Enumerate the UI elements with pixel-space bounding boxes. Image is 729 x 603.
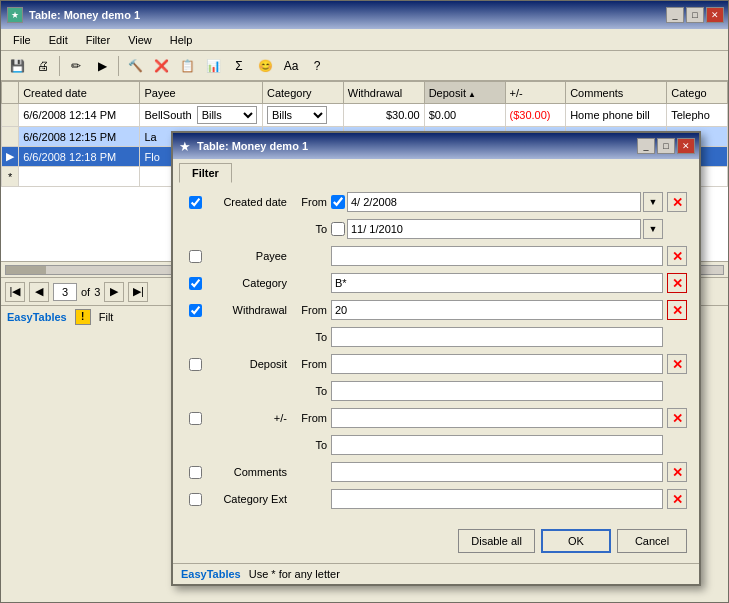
plus-minus-from-input[interactable] (331, 408, 663, 428)
category-ext-input[interactable] (331, 489, 663, 509)
filter-row-category-ext: Category Ext ✕ (185, 488, 687, 510)
dialog-title: Table: Money demo 1 (197, 140, 308, 152)
category-ext-checkbox-wrap (185, 493, 205, 506)
withdrawal-from-label: From (295, 304, 331, 316)
comments-clear-icon: ✕ (672, 465, 683, 480)
withdrawal-from-input[interactable] (331, 300, 663, 320)
filter-row-plus-minus-from: +/- From ✕ (185, 407, 687, 429)
dialog-close-button[interactable]: ✕ (677, 138, 695, 154)
dialog-title-left: ★ Table: Money demo 1 (179, 139, 308, 154)
date-from-checkbox[interactable] (331, 195, 345, 209)
filter-row-plus-minus-to: To (185, 434, 687, 456)
category-ext-clear-icon: ✕ (672, 492, 683, 507)
withdrawal-clear-icon: ✕ (672, 303, 683, 318)
date-to-checkbox[interactable] (331, 222, 345, 236)
deposit-checkbox[interactable] (189, 358, 202, 371)
dialog-overlay: ★ Table: Money demo 1 _ □ ✕ Filter (1, 1, 728, 602)
filter-row-comments: Comments ✕ (185, 461, 687, 483)
to-label-date: To (295, 223, 331, 235)
plus-minus-label: +/- (205, 412, 295, 424)
comments-label: Comments (205, 466, 295, 478)
payee-checkbox-wrap (185, 250, 205, 263)
filter-row-withdrawal-from: Withdrawal From ✕ (185, 299, 687, 321)
withdrawal-label: Withdrawal (205, 304, 295, 316)
date-to-input-wrap: ▼ (331, 219, 663, 239)
dialog-tab-strip: Filter (173, 159, 699, 183)
payee-clear-button[interactable]: ✕ (667, 246, 687, 266)
comments-checkbox-wrap (185, 466, 205, 479)
dialog-maximize-button[interactable]: □ (657, 138, 675, 154)
plus-minus-checkbox-wrap (185, 412, 205, 425)
date-from-input[interactable] (347, 192, 641, 212)
tab-filter[interactable]: Filter (179, 163, 232, 183)
comments-checkbox[interactable] (189, 466, 202, 479)
comments-clear-button[interactable]: ✕ (667, 462, 687, 482)
plus-minus-to-input[interactable] (331, 435, 663, 455)
withdrawal-to-input[interactable] (331, 327, 663, 347)
plus-minus-clear-icon: ✕ (672, 411, 683, 426)
created-date-checkbox[interactable] (189, 196, 202, 209)
category-input[interactable] (331, 273, 663, 293)
deposit-from-label: From (295, 358, 331, 370)
filter-dialog: ★ Table: Money demo 1 _ □ ✕ Filter (171, 131, 701, 586)
dialog-status-bar: EasyTables Use * for any letter (173, 563, 699, 584)
deposit-label: Deposit (205, 358, 295, 370)
date-to-dropdown-button[interactable]: ▼ (643, 219, 663, 239)
category-checkbox[interactable] (189, 277, 202, 290)
deposit-checkbox-wrap (185, 358, 205, 371)
filter-row-payee: Payee ✕ (185, 245, 687, 267)
clear-x-icon: ✕ (672, 195, 683, 210)
created-date-label: Created date (205, 196, 295, 208)
main-window: ★ Table: Money demo 1 _ □ ✕ File Edit Fi… (0, 0, 729, 603)
deposit-to-label: To (295, 385, 331, 397)
payee-checkbox[interactable] (189, 250, 202, 263)
withdrawal-to-label: To (295, 331, 331, 343)
filter-row-deposit-to: To (185, 380, 687, 402)
from-label-date: From (295, 196, 331, 208)
category-checkbox-wrap (185, 277, 205, 290)
category-clear-icon: ✕ (672, 276, 683, 291)
disable-all-button[interactable]: Disable all (458, 529, 535, 553)
dialog-status-easy-tables: EasyTables (181, 568, 241, 580)
category-ext-checkbox[interactable] (189, 493, 202, 506)
payee-input[interactable] (331, 246, 663, 266)
withdrawal-checkbox-wrap (185, 304, 205, 317)
dialog-icon: ★ (179, 139, 191, 154)
dialog-title-controls: _ □ ✕ (637, 138, 695, 154)
deposit-clear-icon: ✕ (672, 357, 683, 372)
date-from-dropdown-button[interactable]: ▼ (643, 192, 663, 212)
dialog-content: Created date From ▼ ✕ To (173, 183, 699, 523)
plus-minus-from-label: From (295, 412, 331, 424)
category-label: Category (205, 277, 295, 289)
plus-minus-clear-button[interactable]: ✕ (667, 408, 687, 428)
plus-minus-checkbox[interactable] (189, 412, 202, 425)
deposit-from-input[interactable] (331, 354, 663, 374)
filter-row-created-date-to: To ▼ (185, 218, 687, 240)
deposit-clear-button[interactable]: ✕ (667, 354, 687, 374)
filter-row-category: Category ✕ (185, 272, 687, 294)
comments-input[interactable] (331, 462, 663, 482)
ok-button[interactable]: OK (541, 529, 611, 553)
category-ext-clear-button[interactable]: ✕ (667, 489, 687, 509)
payee-clear-icon: ✕ (672, 249, 683, 264)
date-from-input-wrap: ▼ (331, 192, 663, 212)
created-date-from-clear-button[interactable]: ✕ (667, 192, 687, 212)
filter-row-created-date-from: Created date From ▼ ✕ (185, 191, 687, 213)
filter-row-withdrawal-to: To (185, 326, 687, 348)
plus-minus-to-label: To (295, 439, 331, 451)
deposit-to-input[interactable] (331, 381, 663, 401)
dialog-minimize-button[interactable]: _ (637, 138, 655, 154)
withdrawal-clear-button[interactable]: ✕ (667, 300, 687, 320)
dialog-status-hint: Use * for any letter (249, 568, 340, 580)
dialog-footer: Disable all OK Cancel (173, 523, 699, 563)
dialog-title-bar: ★ Table: Money demo 1 _ □ ✕ (173, 133, 699, 159)
filter-row-deposit-from: Deposit From ✕ (185, 353, 687, 375)
category-clear-button[interactable]: ✕ (667, 273, 687, 293)
date-to-input[interactable] (347, 219, 641, 239)
cancel-button[interactable]: Cancel (617, 529, 687, 553)
payee-label: Payee (205, 250, 295, 262)
created-date-checkbox-wrap (185, 196, 205, 209)
category-ext-label: Category Ext (205, 493, 295, 505)
withdrawal-checkbox[interactable] (189, 304, 202, 317)
